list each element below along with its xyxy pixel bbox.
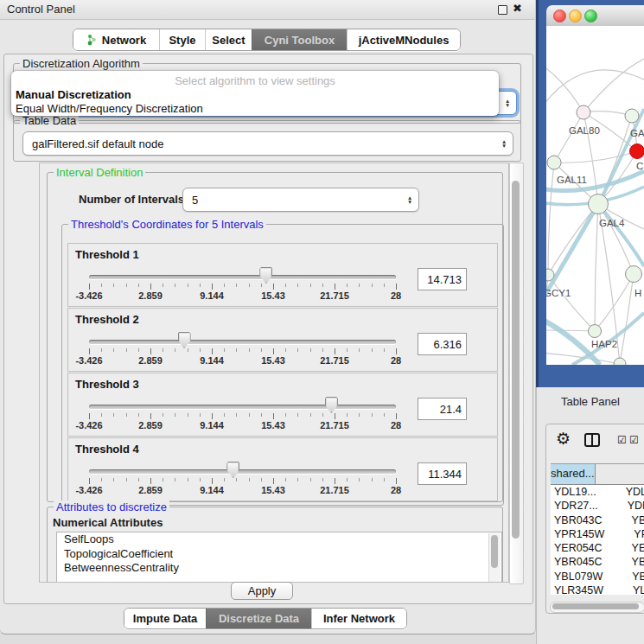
slider-track[interactable] <box>89 405 396 409</box>
scale-label: 21.715 <box>316 290 354 301</box>
table-row[interactable]: YDL19...YDL1 <box>551 485 644 499</box>
checkbox-icon[interactable]: ☑ <box>617 434 627 446</box>
network-node-c[interactable] <box>630 144 644 159</box>
cell-shared-name: YDR27... <box>551 499 598 513</box>
network-node-gal11[interactable] <box>547 156 561 169</box>
node-label: H <box>634 288 641 298</box>
minimize-traffic-light[interactable] <box>569 10 582 22</box>
threshold-4-slider[interactable]: -3.4262.8599.14415.4321.71528 <box>68 438 449 501</box>
scrollbar-thumb[interactable] <box>491 535 498 568</box>
close-traffic-light[interactable] <box>553 10 566 22</box>
scale-label: -3.426 <box>70 290 108 301</box>
tick-mark <box>138 413 139 417</box>
cell-shared-name: YLR345W <box>551 583 603 595</box>
tick-mark <box>335 348 335 354</box>
tick-mark <box>175 413 175 417</box>
threshold-panel-4: Threshold 4-3.4262.8599.14415.4321.71528 <box>67 437 498 501</box>
settings-scroll-viewport: Interval Definition Number of Intervals … <box>39 163 509 583</box>
close-icon[interactable]: ✖ <box>513 2 522 15</box>
slider-handle[interactable] <box>226 462 239 478</box>
number-of-intervals-spinner[interactable]: 5 ▴▾ <box>182 188 419 212</box>
attribute-item-betweennesscentrality[interactable]: BetweennessCentrality <box>57 561 501 576</box>
table-row[interactable]: YBR043CYBR0 <box>551 513 644 527</box>
tick-mark <box>261 478 262 481</box>
table-row[interactable]: YER054CYER0 <box>551 541 644 555</box>
scale-label: -3.426 <box>70 420 108 430</box>
apply-button[interactable]: Apply <box>231 582 293 600</box>
algorithm-option-manual-discretization[interactable]: Manual Discretization <box>16 88 494 102</box>
tab-discretize-data[interactable]: Discretize Data <box>206 609 311 628</box>
threshold-4-value-field[interactable] <box>418 462 467 485</box>
tick-mark <box>101 348 102 352</box>
tick-mark <box>297 348 298 352</box>
slider-track[interactable] <box>89 469 396 474</box>
table-row[interactable]: YLR345WYLR3 <box>551 583 644 595</box>
float-window-icon[interactable] <box>498 5 507 15</box>
table-row[interactable]: YBL079WYBL0 <box>551 570 644 583</box>
scrollbar-thumb[interactable] <box>512 181 520 539</box>
network-node-gal4[interactable] <box>589 194 609 214</box>
threshold-1-value-field[interactable] <box>418 268 467 290</box>
threshold-2-slider[interactable]: -3.4262.8599.14415.4321.71528 <box>68 309 449 371</box>
scale-label: 21.715 <box>316 485 354 495</box>
network-node-gal80[interactable] <box>577 105 590 119</box>
slider-track[interactable] <box>89 340 396 344</box>
tick-mark <box>249 413 250 417</box>
numerical-attributes-list[interactable]: SelfLoopsTopologicalCoefficientBetweenne… <box>56 532 502 583</box>
network-node-ga[interactable] <box>625 109 639 123</box>
numerical-attributes-label: Numerical Attributes <box>53 516 163 529</box>
tab-style[interactable]: Style <box>159 29 205 50</box>
table-data-combobox[interactable]: galFiltered.sif default node ▴▾ <box>22 131 513 156</box>
tick-mark <box>322 284 323 287</box>
threshold-3-slider[interactable]: -3.4262.8599.14415.4321.71528 <box>68 373 449 436</box>
tab-network[interactable]: Network <box>73 29 159 50</box>
slider-track[interactable] <box>89 275 396 279</box>
slider-handle[interactable] <box>178 332 191 348</box>
tick-mark <box>285 478 286 481</box>
tab-impute-data[interactable]: Impute Data <box>124 609 206 628</box>
table-row[interactable]: YDR27...YDR2 <box>551 499 644 513</box>
network-edge <box>546 330 595 331</box>
settings-vertical-scrollbar[interactable] <box>509 163 524 584</box>
tick-mark <box>212 478 213 484</box>
attribute-item-topologicalcoefficient[interactable]: TopologicalCoefficient <box>57 547 501 562</box>
zoom-traffic-light[interactable] <box>584 10 597 22</box>
tab-infer-network[interactable]: Infer Network <box>311 609 406 628</box>
split-columns-icon[interactable] <box>584 433 600 447</box>
control-panel-titlebar: Control Panel ✖ <box>0 0 535 20</box>
slider-handle[interactable] <box>325 397 338 413</box>
cyni-toolbox-panel: Discretization Algorithm ▴▾ Table Data g… <box>3 54 533 604</box>
slider-handle[interactable] <box>259 267 272 284</box>
cell-shared-name: YPR145W <box>551 527 604 541</box>
algorithm-option-equal-width-frequency-discretization[interactable]: Equal Width/Frequency Discretization <box>16 102 494 116</box>
network-canvas[interactable]: GAL80GACGAL11GAL4GCY1HHAP2 <box>546 26 644 365</box>
combo-arrows-icon: ▴▾ <box>502 139 506 148</box>
scrollbar-thumb[interactable] <box>552 603 639 609</box>
scale-label: 2.859 <box>131 355 169 366</box>
top-tab-bar: NetworkStyleSelectCyni ToolboxjActiveMNo… <box>73 29 461 51</box>
tick-mark <box>113 348 114 352</box>
threshold-2-value-field[interactable] <box>418 333 467 355</box>
tab-jactivemnodules[interactable]: jActiveMNodules <box>347 29 460 50</box>
checkbox-icon[interactable]: ☑ <box>629 434 639 446</box>
column-header-shared-name[interactable]: shared... <box>551 464 596 484</box>
network-edge <box>548 275 595 331</box>
network-node-h[interactable] <box>626 266 642 283</box>
threshold-1-slider[interactable]: -3.4262.8599.14415.4321.71528 <box>68 244 449 306</box>
attribute-item-selfloops[interactable]: SelfLoops <box>57 532 501 547</box>
network-node-gcy1[interactable] <box>546 269 554 281</box>
cell-name: YER0 <box>603 541 644 555</box>
column-header-name[interactable]: na <box>596 464 644 484</box>
gear-icon[interactable]: ⚙ <box>556 429 571 449</box>
tick-mark <box>89 284 90 290</box>
table-horizontal-scrollbar[interactable] <box>550 602 644 613</box>
node-label: GCY1 <box>546 288 571 298</box>
attributes-scrollbar[interactable] <box>488 533 501 582</box>
threshold-3-value-field[interactable] <box>418 398 467 420</box>
network-node-hap2[interactable] <box>589 325 602 338</box>
network-node[interactable] <box>614 358 626 365</box>
table-row[interactable]: YBR045CYBR0 <box>551 555 644 569</box>
tab-cyni-toolbox[interactable]: Cyni Toolbox <box>252 29 347 50</box>
table-row[interactable]: YPR145WYPR1 <box>551 527 644 541</box>
tab-select[interactable]: Select <box>205 29 252 50</box>
